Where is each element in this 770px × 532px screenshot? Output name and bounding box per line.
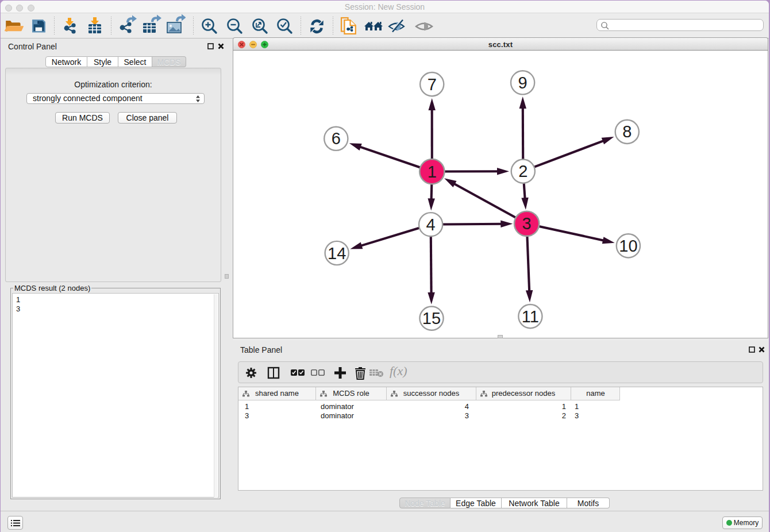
svg-text:6: 6	[332, 129, 341, 148]
svg-text:14: 14	[328, 244, 346, 263]
svg-text:1: 1	[428, 163, 437, 181]
svg-text:10: 10	[619, 237, 637, 255]
svg-text:3: 3	[522, 214, 532, 233]
svg-text:2: 2	[518, 162, 528, 180]
svg-text:8: 8	[622, 122, 632, 141]
svg-text:4: 4	[426, 215, 436, 234]
svg-text:7: 7	[428, 75, 437, 94]
svg-text:15: 15	[422, 309, 441, 327]
svg-text:9: 9	[518, 74, 528, 92]
svg-text:11: 11	[522, 307, 539, 326]
